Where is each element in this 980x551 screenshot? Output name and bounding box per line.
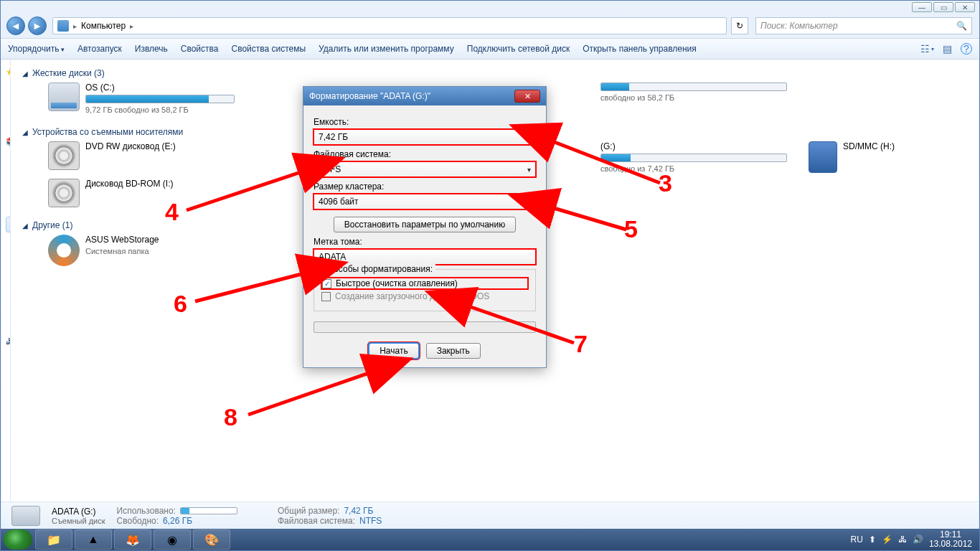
help-icon[interactable]: ?: [961, 43, 972, 55]
language-indicator[interactable]: RU: [851, 534, 863, 545]
close-button[interactable]: Закрыть: [426, 343, 481, 359]
drive-bd[interactable]: Дисковод BD-ROM (I:): [48, 179, 235, 207]
autoplay-button[interactable]: Автозапуск: [77, 44, 122, 54]
drive-dvd[interactable]: DVD RW дисковод (E:): [48, 141, 235, 173]
collapse-icon: ◢: [22, 70, 28, 77]
system-properties-button[interactable]: Свойства системы: [231, 44, 306, 54]
usage-bar: [600, 154, 787, 162]
cluster-label: Размер кластера:: [314, 182, 536, 192]
sidebar-video[interactable]: 🎞Видео: [6, 149, 11, 164]
progress-bar: [314, 321, 536, 333]
taskbar-app[interactable]: ◉: [154, 529, 191, 550]
hdd-icon: [48, 83, 80, 111]
sd-card-icon: [809, 141, 837, 173]
webstorage-icon: [48, 235, 80, 266]
computer-icon: [57, 20, 69, 32]
filesystem-label: Файловая система:: [314, 149, 536, 159]
details-pane: ADATA (G:) Съемный диск Использовано: Св…: [1, 501, 979, 529]
tray-icon[interactable]: 🖧: [898, 534, 907, 545]
annotation-4: 4: [165, 198, 179, 226]
view-options-icon[interactable]: ☷: [920, 42, 933, 55]
system-tray[interactable]: RU ⬆ ⚡ 🖧 🔊 19:11 13.08.2012: [851, 530, 976, 549]
msdos-boot-checkbox: Создание загрузочного диска MS-DOS: [321, 291, 528, 301]
annotation-3: 3: [659, 169, 672, 197]
drive-icon: [11, 506, 40, 526]
nav-bar: ◄ ► ▸ Компьютер ▸ ↻ Поиск: Компьютер: [1, 14, 979, 38]
tray-icon[interactable]: ⬆: [869, 534, 876, 545]
taskbar-firefox[interactable]: 🦊: [114, 529, 151, 550]
quick-format-checkbox[interactable]: ✓ Быстрое (очистка оглавления): [321, 278, 528, 289]
clock[interactable]: 19:11 13.08.2012: [929, 530, 972, 549]
restore-defaults-button[interactable]: Восстановить параметры по умолчанию: [334, 217, 516, 232]
asus-webstorage[interactable]: ASUS WebStorage Системная папка: [48, 235, 235, 266]
tray-icon[interactable]: ⚡: [882, 534, 892, 545]
network-icon: 🖧: [6, 336, 11, 347]
annotation-6: 6: [174, 290, 187, 318]
sidebar-os-c[interactable]: OS (C:): [6, 232, 11, 255]
format-options-group: Способы форматирования: ✓ Быстрое (очист…: [314, 269, 536, 311]
filesystem-select[interactable]: NTFS: [314, 161, 536, 177]
refresh-button[interactable]: ↻: [731, 17, 748, 34]
taskbar-vlc[interactable]: ▲: [75, 529, 112, 550]
cluster-select[interactable]: 4096 байт: [314, 194, 536, 209]
chevron-right-icon: ▸: [130, 22, 133, 30]
close-button[interactable]: ✕: [955, 2, 975, 12]
sidebar-music[interactable]: 🎵Музыка: [6, 192, 11, 207]
format-dialog: Форматирование "ADATA (G:)" ✕ Емкость: 7…: [303, 86, 547, 368]
sidebar-data-d[interactable]: DATA (D:): [6, 255, 11, 278]
sidebar-documents[interactable]: 📄Документы: [6, 164, 11, 178]
window-title-bar: — ▭ ✕: [1, 1, 979, 14]
dialog-title-bar[interactable]: Форматирование "ADATA (G:)" ✕: [303, 87, 546, 105]
organize-menu[interactable]: Упорядочить: [8, 44, 65, 54]
preview-pane-icon[interactable]: ▤: [941, 42, 953, 55]
usage-bar: [600, 83, 787, 91]
volume-label-label: Метка тома:: [314, 237, 536, 247]
breadcrumb-root[interactable]: Компьютер: [81, 21, 126, 31]
sidebar-adata-g[interactable]: ADATA (G:): [6, 278, 11, 301]
minimize-button[interactable]: —: [912, 2, 932, 12]
usage-bar: [85, 95, 235, 103]
map-drive-button[interactable]: Подключить сетевой диск: [467, 44, 570, 54]
breadcrumb[interactable]: ▸ Компьютер ▸: [52, 17, 727, 34]
collapse-icon: ◢: [22, 222, 28, 230]
mini-usage-bar: [180, 507, 237, 514]
taskbar-paint[interactable]: 🎨: [193, 529, 230, 550]
drive-adata-partial[interactable]: (G:) свободно из 7,42 ГБ: [600, 141, 787, 173]
maximize-button[interactable]: ▭: [933, 2, 953, 12]
section-hdd[interactable]: ◢Жесткие диски (3): [22, 68, 980, 78]
start-button[interactable]: Начать: [369, 343, 419, 359]
sidebar-pictures[interactable]: 🖼Изображения: [6, 178, 11, 192]
annotation-7: 7: [574, 330, 588, 358]
details-type: Съемный диск: [52, 517, 105, 525]
control-panel-button[interactable]: Открыть панель управления: [583, 44, 697, 54]
navigation-pane: ★Избранное 🕘Недавние места 🖥Рабочий стол…: [1, 60, 11, 501]
taskbar-explorer[interactable]: 📁: [35, 529, 72, 550]
checkbox-icon: [321, 292, 331, 301]
forward-button[interactable]: ►: [28, 17, 47, 35]
capacity-select[interactable]: 7,42 ГБ: [314, 129, 536, 145]
search-input[interactable]: Поиск: Компьютер: [755, 17, 972, 34]
drive-sd[interactable]: SD/MMC (H:): [809, 141, 980, 173]
back-button[interactable]: ◄: [6, 17, 25, 35]
drive-os-c[interactable]: OS (C:) 9,72 ГБ свободно из 58,2 ГБ: [48, 83, 235, 114]
sidebar-os-z[interactable]: OS (Z:): [6, 301, 11, 324]
eject-button[interactable]: Извлечь: [135, 44, 168, 54]
start-button[interactable]: [4, 529, 32, 550]
dialog-close-button[interactable]: ✕: [514, 90, 540, 103]
annotation-8: 8: [224, 403, 237, 431]
drive-hidden[interactable]: свободно из 58,2 ГБ: [600, 83, 787, 114]
volume-label-input[interactable]: ADATA: [314, 249, 536, 265]
collapse-icon: ◢: [22, 128, 28, 136]
bd-icon: [48, 179, 80, 207]
dvd-icon: [48, 141, 80, 170]
chevron-right-icon: ▸: [73, 22, 77, 30]
command-bar: Упорядочить Автозапуск Извлечь Свойства …: [1, 38, 979, 60]
uninstall-button[interactable]: Удалить или изменить программу: [319, 44, 454, 54]
sidebar-recent[interactable]: 🕘Недавние места: [6, 79, 11, 102]
sidebar-computer[interactable]: 🖥Компьютер: [6, 217, 11, 232]
details-title: ADATA (G:): [52, 507, 105, 517]
volume-icon[interactable]: 🔊: [913, 534, 923, 545]
sidebar-desktop[interactable]: 🖥Рабочий стол: [6, 102, 11, 125]
properties-button[interactable]: Свойства: [181, 44, 219, 54]
annotation-5: 5: [624, 215, 638, 243]
